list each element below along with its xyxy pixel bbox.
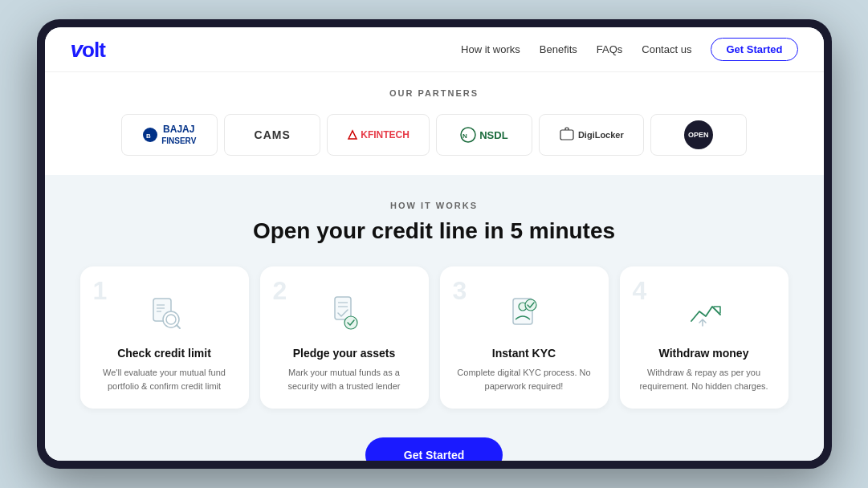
kfintech-icon — [347, 129, 358, 140]
cta-section: Get Started — [45, 425, 824, 461]
digilocker-logo: DigiLocker — [559, 127, 624, 143]
get-started-cta-button[interactable]: Get Started — [365, 437, 503, 461]
step-3-icon — [502, 291, 547, 336]
step-4-desc: Withdraw & repay as per you requirement.… — [633, 366, 776, 392]
nav-how-it-works[interactable]: How it works — [461, 43, 520, 55]
partner-kfintech: KFINTECH — [327, 114, 430, 156]
step-4-card: 4 Withdraw money Withdraw & repay as per… — [620, 266, 789, 409]
step-2-number: 2 — [273, 278, 287, 303]
how-it-works-section: HOW IT WORKS Open your credit line in 5 … — [45, 175, 824, 425]
screen: volt How it works Benefits FAQs Contact … — [45, 27, 824, 461]
get-started-nav-button[interactable]: Get Started — [711, 38, 797, 61]
main-content: OUR PARTNERS B BAJAJFINSERV — [45, 72, 824, 461]
device-frame: volt How it works Benefits FAQs Contact … — [37, 19, 832, 469]
nav-contact-us[interactable]: Contact us — [642, 43, 691, 55]
partners-section: OUR PARTNERS B BAJAJFINSERV — [45, 72, 824, 175]
step-2-desc: Mark your mutual funds as a security wit… — [273, 366, 416, 392]
how-title: Open your credit line in 5 minutes — [71, 218, 798, 244]
bajaj-text: BAJAJFINSERV — [161, 124, 196, 146]
step-3-desc: Complete digital KYC process. No paperwo… — [453, 366, 596, 392]
withdraw-svg — [683, 292, 725, 334]
step-4-title: Withdraw money — [633, 347, 776, 360]
step-3-number: 3 — [453, 278, 467, 303]
nsdl-text: NSDL — [479, 129, 507, 141]
brand-logo[interactable]: volt — [71, 37, 105, 63]
svg-point-18 — [525, 299, 536, 311]
step-2-title: Pledge your assets — [273, 347, 416, 360]
nav-benefits[interactable]: Benefits — [540, 43, 577, 55]
svg-text:N: N — [463, 132, 467, 140]
svg-marker-1 — [348, 131, 357, 139]
cams-text: CAMS — [255, 128, 291, 141]
step-1-number: 1 — [93, 278, 108, 303]
step-4-number: 4 — [633, 278, 647, 303]
bajaj-logo: B BAJAJFINSERV — [143, 124, 196, 146]
partner-nsdl: N NSDL — [436, 114, 532, 156]
kfintech-text: KFINTECH — [361, 129, 410, 140]
nav-faqs[interactable]: FAQs — [597, 43, 623, 55]
step-1-icon — [142, 291, 187, 336]
svg-line-8 — [177, 325, 180, 328]
nav-links: How it works Benefits FAQs Contact us Ge… — [461, 38, 797, 61]
partners-row: B BAJAJFINSERV CAMS — [71, 111, 798, 159]
digilocker-icon — [559, 127, 575, 143]
nsdl-icon: N — [460, 127, 476, 143]
partner-cams: CAMS — [224, 114, 320, 156]
svg-rect-4 — [560, 130, 573, 140]
steps-row: 1 Check credi — [71, 266, 798, 409]
step-3-card: 3 Instant KYC Complete digital KYC — [440, 266, 609, 409]
check-credit-svg — [144, 292, 185, 334]
kfintech-logo: KFINTECH — [347, 129, 410, 140]
step-2-card: 2 Pledge your assets — [260, 266, 429, 409]
open-logo: OPEN — [684, 120, 713, 149]
kyc-svg — [503, 292, 545, 334]
step-1-desc: We'll evaluate your mutual fund portfoli… — [93, 366, 236, 392]
partners-label: OUR PARTNERS — [71, 88, 798, 98]
bajaj-icon: B — [143, 128, 157, 142]
partner-digilocker: DigiLocker — [539, 114, 644, 156]
step-3-title: Instant KYC — [453, 347, 596, 360]
pledge-svg — [324, 292, 365, 334]
bajaj-svg: B — [145, 130, 155, 140]
step-1-title: Check credit limit — [93, 347, 236, 360]
navbar: volt How it works Benefits FAQs Contact … — [45, 27, 824, 72]
step-4-icon — [682, 291, 727, 336]
svg-text:B: B — [146, 132, 151, 140]
svg-rect-12 — [335, 297, 351, 319]
partner-bajaj: B BAJAJFINSERV — [121, 114, 218, 156]
step-2-icon — [322, 291, 367, 336]
logo-text: olt — [82, 38, 105, 62]
svg-point-15 — [344, 316, 357, 329]
how-label: HOW IT WORKS — [71, 201, 798, 210]
nsdl-logo: N NSDL — [460, 127, 507, 143]
logo-v-letter: v — [71, 37, 83, 62]
step-1-card: 1 Check credi — [80, 266, 249, 409]
partner-open: OPEN — [650, 114, 747, 156]
digilocker-text: DigiLocker — [578, 130, 624, 140]
open-text: OPEN — [688, 131, 709, 139]
